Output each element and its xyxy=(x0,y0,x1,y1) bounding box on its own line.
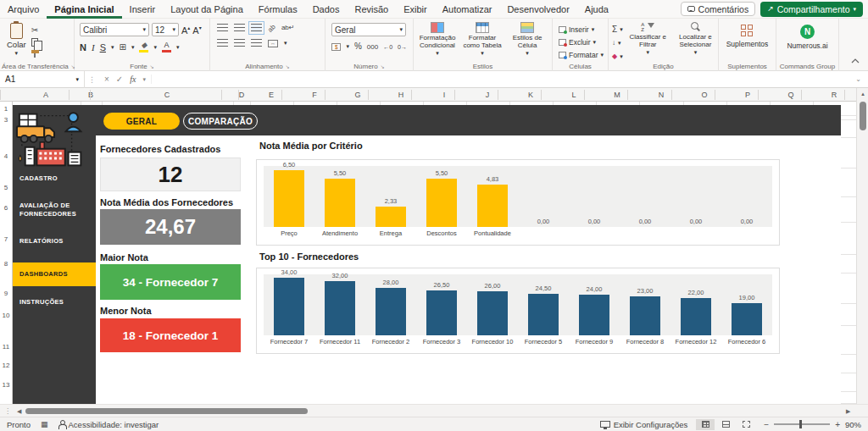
cancel-icon[interactable]: × xyxy=(104,75,109,84)
ribbon-tab-layout-da-pagina[interactable]: Layout da Página xyxy=(163,0,251,19)
column-header-l[interactable]: L xyxy=(571,88,576,102)
addins-button[interactable]: Suplementos xyxy=(719,19,776,48)
borders-icon[interactable]: ⊞ xyxy=(119,43,125,52)
sheet-grid[interactable]: 1345678910111213 xyxy=(0,102,856,404)
format-painter-icon[interactable] xyxy=(31,50,39,53)
vertical-scroll-thumb[interactable] xyxy=(860,102,866,130)
ribbon-tab-pagina-inicial[interactable]: Página Inicial xyxy=(47,0,121,19)
name-box[interactable]: A1 ▾ xyxy=(0,71,85,88)
normal-view-button[interactable] xyxy=(696,419,715,430)
align-center-icon[interactable] xyxy=(234,39,245,47)
column-header-b[interactable]: B xyxy=(88,88,93,102)
sidebar-item-dashboards[interactable]: DASHBOARDS xyxy=(13,262,96,286)
share-button[interactable]: ↗ Compartilhamento ▾ xyxy=(760,2,863,17)
cell-styles-button[interactable]: Estilos de Célula ▾ xyxy=(505,19,549,57)
insert-function-button[interactable]: fx xyxy=(130,75,136,84)
scroll-right-arrow-icon[interactable]: ▶ xyxy=(846,408,850,415)
ribbon-tab-arquivo[interactable]: Arquivo xyxy=(0,0,47,19)
underline-button[interactable]: S xyxy=(100,42,106,52)
merge-center-icon[interactable]: ↔ xyxy=(268,40,278,47)
percent-style-button[interactable]: % xyxy=(354,42,362,51)
autosum-button[interactable]: Σ▾ xyxy=(612,24,623,35)
align-left-icon[interactable] xyxy=(217,39,228,47)
row-header-9[interactable]: 9 xyxy=(0,290,12,297)
comments-button[interactable]: Comentários xyxy=(681,2,756,16)
expand-formula-bar-chevron[interactable]: ⌄ xyxy=(849,75,868,83)
row-header-6[interactable]: 6 xyxy=(0,204,12,212)
paste-button[interactable]: Colar ▾ xyxy=(7,23,26,57)
row-header-8[interactable]: 8 xyxy=(0,260,12,268)
column-header-m[interactable]: M xyxy=(614,88,620,102)
orientation-icon[interactable]: ab xyxy=(266,23,277,34)
enter-icon[interactable]: ✓ xyxy=(116,75,123,84)
cut-icon[interactable]: ✂ xyxy=(31,26,39,35)
align-middle-icon[interactable] xyxy=(234,24,245,32)
fill-button[interactable]: ↓▾ xyxy=(612,37,623,48)
copy-icon[interactable] xyxy=(31,38,38,47)
decrease-font-button[interactable]: A▾ xyxy=(192,25,201,36)
row-header-4[interactable]: 4 xyxy=(0,152,12,160)
fill-color-icon[interactable]: ◆ xyxy=(139,41,148,52)
scroll-up-arrow-icon[interactable]: ▴ xyxy=(857,91,868,97)
format-cells-button[interactable]: Formatar ▾ xyxy=(559,49,608,60)
sidebar-item-instrucoes[interactable]: INSTRUÇÕES xyxy=(19,298,91,307)
ribbon-tab-exibir[interactable]: Exibir xyxy=(396,0,435,19)
align-right-icon[interactable] xyxy=(251,39,262,47)
column-header-h[interactable]: H xyxy=(398,88,404,102)
column-header-f[interactable]: F xyxy=(312,88,317,102)
ribbon-collapse-chevron[interactable] xyxy=(851,52,860,67)
column-header-e[interactable]: E xyxy=(269,88,274,102)
increase-font-button[interactable]: A▴ xyxy=(181,25,190,36)
row-header-13[interactable]: 13 xyxy=(0,381,12,389)
decrease-decimal-button[interactable]: 0→ xyxy=(398,44,407,50)
font-color-icon[interactable]: A xyxy=(162,41,171,52)
insert-cells-button[interactable]: Inserir ▾ xyxy=(559,24,608,35)
row-header-7[interactable]: 7 xyxy=(0,235,12,243)
column-header-i[interactable]: I xyxy=(443,88,446,102)
dialog-launcher-icon[interactable]: ↘ xyxy=(286,64,290,69)
row-header-1[interactable]: 1 xyxy=(0,105,12,113)
scroll-left-arrow-icon[interactable]: ◀ xyxy=(17,408,21,415)
drag-handle-icon[interactable]: ⋮ xyxy=(85,75,99,84)
column-header-k[interactable]: K xyxy=(528,88,533,102)
row-header-5[interactable]: 5 xyxy=(0,184,12,191)
display-settings-button[interactable]: Exibir Configurações xyxy=(600,420,688,429)
row-header-12[interactable]: 12 xyxy=(0,362,12,369)
numerous-button[interactable]: N Numerous.ai xyxy=(776,19,838,50)
ribbon-tab-dados[interactable]: Dados xyxy=(305,0,348,19)
zoom-slider-thumb[interactable] xyxy=(799,420,802,428)
sidebar-item-avaliacao-de[interactable]: AVALIAÇÃO DE FORNECEDORES xyxy=(19,202,91,218)
clear-button[interactable]: ◆▾ xyxy=(612,51,623,62)
find-select-button[interactable]: Localizar e Selecionar ▾ xyxy=(673,19,718,56)
column-header-n[interactable]: N xyxy=(659,88,665,102)
macro-record-icon[interactable]: ▦ xyxy=(41,420,48,428)
font-name-select[interactable]: Calibri▾ xyxy=(80,23,149,36)
horizontal-scroll-thumb[interactable] xyxy=(25,408,308,414)
ribbon-tab-automatizar[interactable]: Automatizar xyxy=(435,0,500,19)
font-size-select[interactable]: 12▾ xyxy=(152,23,179,36)
sort-filter-button[interactable]: AZ Classificar e Filtrar ▾ xyxy=(626,19,670,56)
accessibility-status[interactable]: Acessibilidade: investigar xyxy=(58,420,159,429)
page-break-view-button[interactable] xyxy=(737,419,755,430)
column-header-r[interactable]: R xyxy=(832,88,837,102)
ribbon-tab-desenvolvedor[interactable]: Desenvolvedor xyxy=(499,0,576,19)
tab-comparacao[interactable]: COMPARAÇÃO xyxy=(183,113,258,130)
conditional-formatting-button[interactable]: Formatação Condicional ▾ xyxy=(415,19,459,57)
formula-input[interactable] xyxy=(152,71,849,88)
ribbon-tab-ajuda[interactable]: Ajuda xyxy=(577,0,616,19)
number-format-select[interactable]: Geral▾ xyxy=(331,23,406,36)
align-bottom-icon[interactable] xyxy=(251,24,262,32)
sidebar-item-cadastro[interactable]: CADASTRO xyxy=(19,174,91,183)
column-header-d[interactable]: D xyxy=(239,88,245,102)
zoom-out-button[interactable]: − xyxy=(764,420,769,429)
dialog-launcher-icon[interactable]: ↘ xyxy=(381,64,385,69)
format-as-table-button[interactable]: Formatar como Tabela ▾ xyxy=(460,19,504,57)
zoom-slider[interactable] xyxy=(774,423,830,425)
column-header-c[interactable]: C xyxy=(164,88,170,102)
ribbon-tab-formulas[interactable]: Fórmulas xyxy=(251,0,305,19)
column-header-p[interactable]: P xyxy=(745,88,750,102)
zoom-in-button[interactable]: + xyxy=(835,420,840,429)
vertical-scrollbar[interactable]: ▴ xyxy=(856,88,868,404)
horizontal-scrollbar[interactable]: ⋮ ◀ ▶ xyxy=(0,404,868,417)
column-header-a[interactable]: A xyxy=(43,88,48,102)
